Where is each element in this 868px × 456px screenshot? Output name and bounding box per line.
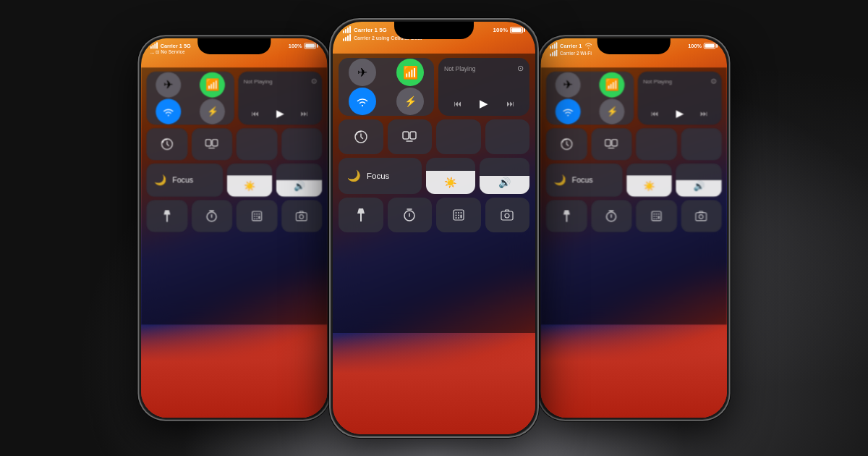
svg-rect-27 <box>460 215 461 219</box>
signal-bars-right <box>550 42 557 48</box>
play-btn-right[interactable]: ▶ <box>676 107 684 119</box>
camera-btn-left[interactable] <box>281 200 323 232</box>
timer-btn-left[interactable] <box>191 200 232 232</box>
calculator-btn-center[interactable] <box>436 198 481 232</box>
cc-row1-left: ✈ 📶 <box>146 72 322 125</box>
cellular-btn-right[interactable]: 📶 <box>590 72 634 98</box>
now-playing-center: Not Playing ⊙ ⏮ ▶ ⏭ <box>438 58 529 116</box>
orientation-btn-center[interactable] <box>339 119 383 154</box>
focus-tile-left[interactable]: 🌙 Focus <box>146 164 222 197</box>
next-btn-right[interactable]: ⏭ <box>700 109 707 117</box>
svg-point-44 <box>653 218 655 219</box>
bluetooth-btn-left[interactable]: ⚡ <box>190 98 234 125</box>
airplane-btn-left[interactable]: ✈ <box>146 72 190 98</box>
airplane-icon-center: ✈ <box>349 59 376 86</box>
cellular-btn-left[interactable]: 📶 <box>190 72 234 98</box>
svg-rect-1 <box>205 140 210 146</box>
bluetooth-icon-right: ⚡ <box>599 99 624 124</box>
svg-rect-17 <box>403 132 409 139</box>
cellular-icon-right: 📶 <box>599 72 624 98</box>
prev-btn-right[interactable]: ⏮ <box>652 109 659 117</box>
status-right-right: 100% <box>688 43 718 48</box>
connectivity-block-center: ✈ 📶 <box>339 58 434 116</box>
timer-btn-right[interactable] <box>591 200 632 232</box>
calculator-btn-right[interactable] <box>636 200 677 232</box>
timer-btn-center[interactable] <box>388 198 433 232</box>
flashlight-btn-right[interactable] <box>546 200 587 232</box>
play-btn-left[interactable]: ▶ <box>276 107 284 119</box>
cc-row1-right: ✈ 📶 <box>546 72 722 125</box>
wifi-icon-right <box>556 99 581 124</box>
wallpaper-bottom-right <box>540 324 727 418</box>
volume-tile-right[interactable]: 🔊 <box>676 164 721 197</box>
empty1-left <box>237 128 278 160</box>
svg-point-39 <box>655 214 657 215</box>
play-btn-center[interactable]: ▶ <box>480 97 488 110</box>
np-controls-left: ⏮ ▶ ⏭ <box>244 107 317 119</box>
cellular-icon-center: 📶 <box>396 59 424 86</box>
focus-tile-right[interactable]: 🌙 Focus <box>546 164 622 197</box>
wifi-btn-left[interactable] <box>146 98 190 125</box>
mirror-btn-center[interactable] <box>388 119 433 154</box>
flashlight-btn-center[interactable] <box>339 198 383 232</box>
prev-btn-center[interactable]: ⏮ <box>454 99 461 108</box>
volume-tile-left[interactable]: 🔊 <box>276 164 322 197</box>
brightness-tile-left[interactable]: ☀️ <box>226 164 272 197</box>
wifi-icon-left <box>156 99 181 124</box>
cc-row3-right: 🌙 Focus ☀️ 🔊 <box>546 164 722 197</box>
connectivity-block-right: ✈ 📶 <box>546 72 634 125</box>
focus-moon-icon-center: 🌙 <box>347 169 361 182</box>
svg-point-23 <box>458 212 459 214</box>
airplay-icon-center[interactable]: ⊙ <box>517 64 524 73</box>
cc-row2-right <box>546 128 722 160</box>
mirror-btn-left[interactable] <box>191 128 232 160</box>
control-center-left: ✈ 📶 <box>141 67 328 324</box>
status-left-right: Carrier 1 <box>550 42 592 48</box>
brightness-tile-right[interactable]: ☀️ <box>626 164 672 197</box>
airplay-icon-left[interactable]: ⊙ <box>311 77 317 85</box>
wifi-btn-right[interactable] <box>546 98 590 125</box>
empty2-right <box>681 128 722 160</box>
mirror-btn-right[interactable] <box>591 128 632 160</box>
cc-row3-left: 🌙 Focus ☀️ 🔊 <box>146 164 322 197</box>
carrier1-left: Carrier 1 5G <box>161 43 191 48</box>
volume-tile-center[interactable]: 🔊 <box>480 158 529 194</box>
phone-right-inner: Carrier 1 100% <box>540 38 727 418</box>
next-btn-left[interactable]: ⏭ <box>301 109 308 117</box>
orientation-btn-left[interactable] <box>146 128 187 160</box>
airplane-btn-right[interactable]: ✈ <box>546 72 590 98</box>
camera-btn-center[interactable] <box>485 198 530 232</box>
empty1-right <box>636 128 677 160</box>
battery-icon-center <box>510 27 525 33</box>
signal-bars-left <box>150 42 158 48</box>
cellular-btn-center[interactable]: 📶 <box>386 58 434 87</box>
svg-point-13 <box>256 218 258 219</box>
camera-btn-right[interactable] <box>681 200 722 232</box>
bluetooth-btn-center[interactable]: ⚡ <box>386 87 434 116</box>
focus-tile-label-left: Focus <box>172 176 193 184</box>
svg-point-15 <box>299 215 304 219</box>
wallpaper-bottom-center <box>333 333 535 434</box>
prev-btn-left[interactable]: ⏮ <box>252 109 259 117</box>
bluetooth-btn-right[interactable]: ⚡ <box>590 98 634 125</box>
orientation-btn-right[interactable] <box>546 128 587 160</box>
now-playing-right: Not Playing ⊙ ⏮ ▶ ⏭ <box>638 72 722 125</box>
battery-pct-right: 100% <box>688 43 702 48</box>
volume-icon-center: 🔊 <box>480 177 529 194</box>
flashlight-btn-left[interactable] <box>146 200 187 232</box>
wifi-icon-center <box>349 88 376 115</box>
focus-tile-center[interactable]: 🌙 Focus <box>339 158 422 194</box>
bluetooth-icon-left: ⚡ <box>200 99 225 124</box>
svg-point-42 <box>655 216 657 217</box>
wifi-btn-center[interactable] <box>339 87 386 116</box>
next-btn-center[interactable]: ⏭ <box>506 99 514 108</box>
np-label-center: Not Playing <box>444 65 475 72</box>
svg-rect-33 <box>605 140 610 146</box>
calculator-btn-left[interactable] <box>237 200 278 232</box>
brightness-tile-center[interactable]: ☀️ <box>426 158 476 194</box>
svg-point-40 <box>658 214 660 215</box>
carrier1-center: Carrier 1 5G <box>354 27 387 33</box>
airplay-icon-right[interactable]: ⊙ <box>710 77 716 85</box>
airplane-btn-center[interactable]: ✈ <box>339 58 386 87</box>
svg-point-45 <box>655 218 657 219</box>
